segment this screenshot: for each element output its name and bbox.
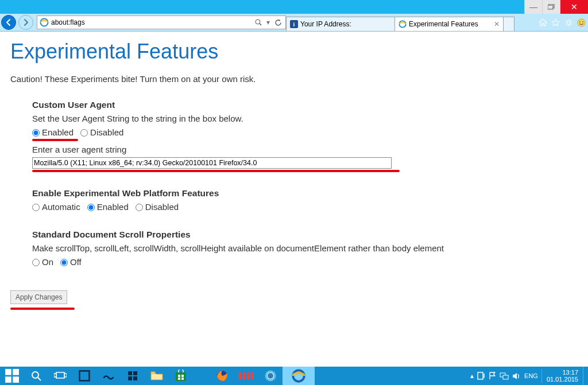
- info-icon: i: [290, 20, 298, 28]
- svg-point-3: [256, 20, 260, 24]
- radio-webplat-disabled[interactable]: Disabled: [136, 201, 179, 213]
- task-view-button[interactable]: [48, 367, 72, 385]
- smiley-icon[interactable]: [577, 18, 586, 27]
- tools-icon[interactable]: [564, 18, 573, 27]
- svg-rect-34: [151, 372, 155, 374]
- dropdown-icon[interactable]: ▾: [266, 18, 270, 26]
- section-desc: Make scrollTop, scrollLeft, scrollWidth,…: [32, 242, 578, 255]
- taskbar-separator: [193, 367, 210, 385]
- store-button[interactable]: [169, 367, 193, 385]
- close-button[interactable]: ✕: [560, 0, 588, 14]
- svg-rect-32: [128, 376, 132, 380]
- tab-your-ip[interactable]: i Your IP Address:: [286, 17, 395, 31]
- svg-rect-33: [133, 376, 137, 380]
- taskbar: ▴ ENG 13:17 01.01.2015: [0, 367, 588, 385]
- tray-clock[interactable]: 13:17 01.01.2015: [541, 369, 583, 383]
- radio-scroll-off[interactable]: Off: [60, 256, 82, 269]
- ie-icon: [399, 20, 407, 28]
- back-button[interactable]: [1, 15, 16, 30]
- system-tray: ▴ ENG 13:17 01.01.2015: [467, 367, 588, 385]
- annotation-underline: [32, 139, 78, 141]
- svg-rect-38: [178, 378, 180, 380]
- taskbar-app[interactable]: [121, 367, 145, 385]
- radio-ua-enabled[interactable]: Enabled: [32, 126, 74, 139]
- radio-input[interactable]: [32, 259, 40, 266]
- taskbar-app[interactable]: [96, 367, 121, 385]
- svg-point-7: [399, 21, 405, 27]
- section-title: Standard Document Scroll Properties: [32, 228, 578, 241]
- section-title: Custom User Agent: [32, 99, 578, 111]
- ie-icon: [40, 18, 49, 27]
- section-title: Enable Experimental Web Platform Feature…: [32, 187, 578, 200]
- svg-rect-1: [548, 5, 553, 9]
- svg-rect-30: [128, 371, 132, 375]
- tray-network-icon[interactable]: [500, 372, 509, 380]
- section-scroll-properties: Standard Document Scroll Properties Make…: [32, 228, 578, 269]
- tab-strip: i Your IP Address: Experimental Features…: [286, 14, 536, 31]
- tray-flag-icon[interactable]: [489, 372, 496, 380]
- radio-input[interactable]: [87, 204, 95, 211]
- section-desc: Set the User Agent String to the string …: [32, 112, 578, 125]
- svg-rect-37: [181, 375, 184, 377]
- radio-scroll-on[interactable]: On: [32, 256, 53, 269]
- page-content: Experimental Features Caution! These Exp…: [0, 32, 588, 370]
- svg-point-19: [582, 21, 583, 22]
- tray-show-hidden-icon[interactable]: ▴: [470, 372, 474, 380]
- tab-close-icon[interactable]: ✕: [494, 20, 500, 28]
- radio-input[interactable]: [80, 129, 88, 137]
- file-explorer-button[interactable]: [145, 367, 169, 385]
- radio-ua-disabled[interactable]: Disabled: [80, 126, 123, 139]
- radio-input[interactable]: [136, 204, 143, 211]
- search-button[interactable]: [24, 367, 48, 385]
- svg-text:i: i: [293, 21, 295, 28]
- favorites-icon[interactable]: [551, 18, 560, 26]
- svg-rect-21: [13, 369, 19, 375]
- radio-input[interactable]: [60, 259, 68, 266]
- svg-rect-31: [133, 371, 137, 375]
- tray-action-center-icon[interactable]: [477, 372, 485, 380]
- svg-line-14: [570, 24, 571, 25]
- minimize-button[interactable]: —: [524, 0, 542, 14]
- forward-button[interactable]: [18, 15, 33, 30]
- section-web-platform: Enable Experimental Web Platform Feature…: [32, 187, 578, 213]
- svg-rect-20: [5, 369, 11, 375]
- refresh-icon[interactable]: [274, 19, 282, 26]
- user-agent-input[interactable]: [32, 157, 392, 169]
- taskbar-app[interactable]: [258, 367, 283, 385]
- search-icon[interactable]: [255, 19, 262, 26]
- radio-webplat-automatic[interactable]: Automatic: [32, 201, 80, 213]
- enter-ua-label: Enter a user agent string: [32, 143, 578, 156]
- home-icon[interactable]: [539, 18, 547, 26]
- taskbar-app[interactable]: [72, 367, 96, 385]
- svg-point-48: [293, 370, 304, 382]
- svg-rect-29: [80, 371, 90, 381]
- apply-changes-button[interactable]: Apply Changes: [10, 290, 67, 304]
- svg-rect-23: [13, 376, 19, 383]
- svg-rect-49: [478, 372, 483, 379]
- start-button[interactable]: [0, 367, 24, 385]
- tab-experimental-features[interactable]: Experimental Features ✕: [394, 17, 504, 31]
- tab-label: Experimental Features: [409, 20, 493, 28]
- svg-rect-27: [54, 374, 56, 377]
- tray-volume-icon[interactable]: [512, 372, 521, 380]
- ie-taskbar-button[interactable]: [283, 367, 315, 385]
- tray-language[interactable]: ENG: [524, 372, 538, 379]
- new-tab-button[interactable]: [503, 17, 514, 31]
- radio-input[interactable]: [32, 129, 40, 137]
- svg-line-25: [38, 378, 41, 380]
- radio-input[interactable]: [32, 204, 40, 211]
- url-text: about:flags: [51, 18, 252, 26]
- show-desktop-button[interactable]: [583, 367, 588, 385]
- svg-rect-41: [239, 372, 242, 379]
- address-bar[interactable]: about:flags ▾: [37, 15, 286, 29]
- svg-rect-36: [178, 375, 180, 377]
- restore-button[interactable]: [542, 0, 560, 14]
- radio-webplat-enabled[interactable]: Enabled: [87, 201, 129, 213]
- firefox-button[interactable]: [210, 367, 234, 385]
- svg-rect-42: [243, 372, 246, 379]
- svg-rect-39: [181, 378, 184, 380]
- svg-point-47: [268, 373, 273, 379]
- command-bar: [536, 18, 588, 27]
- annotation-underline: [32, 170, 400, 172]
- taskbar-app[interactable]: [234, 367, 258, 385]
